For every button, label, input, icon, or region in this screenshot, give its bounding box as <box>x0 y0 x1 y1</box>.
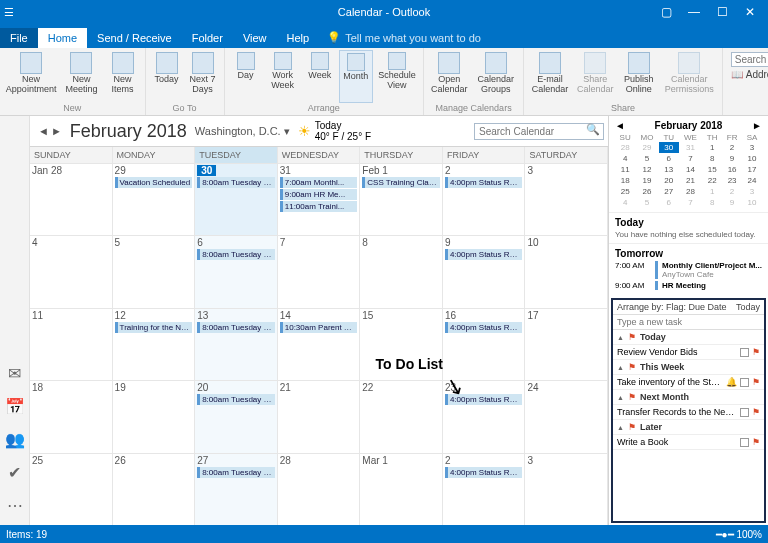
week-view-button[interactable]: Week <box>303 50 337 103</box>
tab-home[interactable]: Home <box>38 28 87 48</box>
tell-me[interactable]: 💡Tell me what you want to do <box>319 27 489 48</box>
mini-day[interactable]: 10 <box>742 197 762 208</box>
calendar-event[interactable]: 4:00pm Status Report Due <box>445 467 523 478</box>
calendar-cell[interactable]: 4 <box>30 236 113 307</box>
new-items-button[interactable]: New Items <box>105 50 141 103</box>
calendar-cell[interactable]: 208:00am Tuesday Staff Meeting; AnyTown … <box>195 381 278 452</box>
mini-day[interactable]: 2 <box>722 186 742 197</box>
mini-day[interactable]: 17 <box>742 164 762 175</box>
mini-day[interactable]: 27 <box>659 186 679 197</box>
calendar-cell[interactable]: 3 <box>525 164 608 235</box>
task-item[interactable]: Take inventory of the Sto...🔔⚑ <box>613 375 764 390</box>
task-item[interactable]: Transfer Records to the New ...⚑ <box>613 405 764 420</box>
mini-day[interactable]: 11 <box>615 164 635 175</box>
maximize-icon[interactable]: ☐ <box>708 5 736 19</box>
calendar-event[interactable]: 8:00am Tuesday Staff Meeting; AnyTown Co… <box>197 322 275 333</box>
calendar-cell[interactable]: 26 <box>113 454 196 525</box>
calendar-cell[interactable]: 7 <box>278 236 361 307</box>
task-group-header[interactable]: ▲⚑Later <box>613 420 764 435</box>
mini-day[interactable]: 30 <box>659 142 679 153</box>
calendar-event[interactable]: 8:00am Tuesday Staff Meeting; AnyTown Co… <box>197 249 275 260</box>
calendar-cell[interactable]: 28 <box>278 454 361 525</box>
calendar-event[interactable]: CSS Training Class; AnyTown Consulting T… <box>362 177 440 188</box>
ribbon-options-icon[interactable]: ▢ <box>652 5 680 19</box>
calendar-cell[interactable]: 12Training for the New Payroll System; A… <box>113 309 196 380</box>
mini-day[interactable]: 19 <box>635 175 659 186</box>
task-group-header[interactable]: ▲⚑This Week <box>613 360 764 375</box>
schedule-view-button[interactable]: Schedule View <box>375 50 419 103</box>
new-appointment-button[interactable]: New Appointment <box>4 50 58 103</box>
checkbox[interactable] <box>740 348 749 357</box>
calendar-event[interactable]: Training for the New Payroll System; Any… <box>115 322 193 333</box>
calendar-cell[interactable]: 164:00pm Status Report Due <box>443 309 526 380</box>
qat-menu-icon[interactable]: ☰ <box>4 6 14 19</box>
new-meeting-button[interactable]: New Meeting <box>60 50 102 103</box>
calendar-event[interactable]: 9:00am HR Me... <box>280 189 358 200</box>
mail-icon[interactable]: ✉ <box>8 364 21 383</box>
zoom-slider[interactable]: ━●━ <box>716 529 734 540</box>
calendar-event[interactable]: 4:00pm Status Report Due <box>445 249 523 260</box>
calendar-cell[interactable]: 68:00am Tuesday Staff Meeting; AnyTown C… <box>195 236 278 307</box>
mini-day[interactable]: 4 <box>615 197 635 208</box>
calendar-cell[interactable]: 24:00pm Status Report Due <box>443 164 526 235</box>
mini-day[interactable]: 29 <box>635 142 659 153</box>
flag-icon[interactable]: ⚑ <box>752 407 760 417</box>
calendar-cell[interactable]: 17 <box>525 309 608 380</box>
calendar-cell[interactable]: 29Vacation Scheduled <box>113 164 196 235</box>
task-group-header[interactable]: ▲⚑Next Month <box>613 390 764 405</box>
mini-day[interactable]: 26 <box>635 186 659 197</box>
mini-day[interactable]: 13 <box>659 164 679 175</box>
calendar-cell[interactable]: 8 <box>360 236 443 307</box>
calendar-cell[interactable]: 10 <box>525 236 608 307</box>
next7days-button[interactable]: Next 7 Days <box>186 50 220 103</box>
mini-day[interactable]: 8 <box>702 153 722 164</box>
calendar-cell[interactable]: Mar 1 <box>360 454 443 525</box>
calendar-event[interactable]: 7:00am Monthl... <box>280 177 358 188</box>
mini-day[interactable]: 23 <box>722 175 742 186</box>
mini-day[interactable]: 12 <box>635 164 659 175</box>
month-view-button[interactable]: Month <box>339 50 373 103</box>
open-calendar-button[interactable]: Open Calendar <box>428 50 470 103</box>
mini-day[interactable]: 14 <box>679 164 703 175</box>
calendar-cell[interactable]: 5 <box>113 236 196 307</box>
calendar-event[interactable]: 4:00pm Status Report Due <box>445 322 523 333</box>
calendar-cell[interactable]: 308:00am Tuesday Staff Meeting; AnyTown … <box>195 164 278 235</box>
agenda-item[interactable]: 9:00 AMHR Meeting <box>615 281 762 290</box>
mini-day[interactable]: 5 <box>635 153 659 164</box>
tab-send-receive[interactable]: Send / Receive <box>87 28 182 48</box>
email-calendar-button[interactable]: E-mail Calendar <box>528 50 572 103</box>
mini-day[interactable]: 1 <box>702 142 722 153</box>
mini-day[interactable]: 8 <box>702 197 722 208</box>
calendar-event[interactable]: 11:00am Traini... <box>280 201 358 212</box>
address-book-button[interactable]: 📖Address Book <box>731 69 768 80</box>
task-group-header[interactable]: ▲⚑Today <box>613 330 764 345</box>
calendar-permissions-button[interactable]: Calendar Permissions <box>661 50 718 103</box>
mini-day[interactable]: 24 <box>742 175 762 186</box>
mini-day[interactable]: 2 <box>722 142 742 153</box>
task-item[interactable]: Review Vendor Bids⚑ <box>613 345 764 360</box>
publish-online-button[interactable]: Publish Online <box>619 50 659 103</box>
mini-day[interactable]: 28 <box>615 142 635 153</box>
checkbox[interactable] <box>740 378 749 387</box>
calendar-cell[interactable]: 3 <box>525 454 608 525</box>
calendar-cell[interactable]: 278:00am Tuesday Staff Meeting; AnyTown … <box>195 454 278 525</box>
new-task-input[interactable] <box>613 315 764 330</box>
calendar-icon[interactable]: 📅 <box>5 397 25 416</box>
prev-month-icon[interactable]: ◄ <box>38 125 49 137</box>
day-view-button[interactable]: Day <box>229 50 263 103</box>
location[interactable]: Washington, D.C. ▾ <box>195 125 290 138</box>
agenda-item[interactable]: 7:00 AMMonthly Client/Project M...AnyTow… <box>615 261 762 279</box>
calendar-event[interactable]: 4:00pm Status Report Due <box>445 177 523 188</box>
arrange-by[interactable]: Arrange by: Flag: Due Date <box>617 302 727 312</box>
mini-day[interactable]: 1 <box>702 186 722 197</box>
mini-day[interactable]: 3 <box>742 142 762 153</box>
tab-help[interactable]: Help <box>277 28 320 48</box>
tab-file[interactable]: File <box>0 28 38 48</box>
checkbox[interactable] <box>740 438 749 447</box>
calendar-cell[interactable]: 24:00pm Status Report Due <box>443 454 526 525</box>
mini-day[interactable]: 7 <box>679 153 703 164</box>
next-month-icon[interactable]: ► <box>51 125 62 137</box>
calendar-cell[interactable]: 94:00pm Status Report Due <box>443 236 526 307</box>
flag-icon[interactable]: ⚑ <box>752 347 760 357</box>
more-icon[interactable]: ⋯ <box>7 496 23 515</box>
